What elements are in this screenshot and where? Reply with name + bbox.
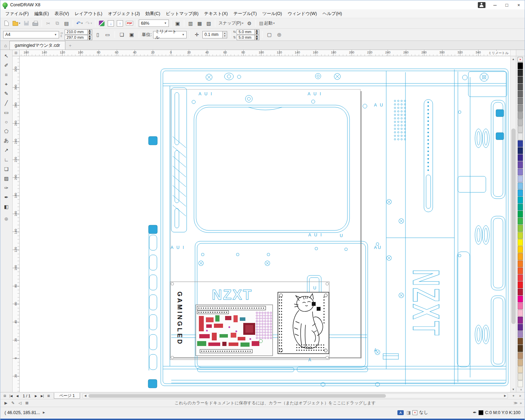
cat-plate[interactable] <box>278 292 329 354</box>
palette-color-24[interactable] <box>518 232 523 239</box>
minimize-button[interactable]: ─ <box>489 0 501 9</box>
edit-icon[interactable]: ✎ <box>10 400 16 406</box>
nudge-spinner[interactable]: ▲▼ <box>223 31 227 38</box>
cut-button[interactable]: ✂ <box>44 19 52 28</box>
treat-as-filled-button[interactable]: ▢ <box>265 30 274 39</box>
drawing-canvas[interactable]: A U I A U I A U A U I U A U I AU U A A A… <box>20 56 510 392</box>
new-document-button[interactable] <box>2 19 11 28</box>
transparency-tool[interactable]: ▨ <box>2 174 11 183</box>
welcome-screen-button[interactable]: ⌂ <box>2 41 9 50</box>
palette-color-15[interactable] <box>518 169 523 175</box>
open-button[interactable]: ▾ <box>12 19 21 28</box>
publish-pdf-button[interactable]: PDF <box>125 19 134 28</box>
palette-color-31[interactable] <box>518 281 523 288</box>
all-pages-button[interactable]: ❏ <box>118 30 126 39</box>
palette-color-18[interactable] <box>518 190 523 196</box>
palette-color-5[interactable] <box>518 98 523 104</box>
document-tab[interactable]: gamingledマウンタ.cdr <box>9 41 65 50</box>
paste-button[interactable]: ▤ <box>62 19 71 28</box>
palette-color-7[interactable] <box>518 112 523 119</box>
import-button[interactable]: ↓ <box>107 19 115 28</box>
outline-pen-tool[interactable]: ✒ <box>2 193 11 202</box>
parallel-dimension-tool[interactable]: ↗ <box>2 146 11 155</box>
menu-edit[interactable]: 編集(E) <box>31 10 52 18</box>
export-button[interactable]: ↑ <box>116 19 124 28</box>
palette-color-38[interactable] <box>518 331 523 338</box>
palette-color-32[interactable] <box>518 289 523 295</box>
menu-effects[interactable]: 効果(C) <box>143 10 163 18</box>
first-page-button[interactable]: |◀ <box>8 393 14 399</box>
palette-color-20[interactable] <box>518 204 523 211</box>
palette-color-40[interactable] <box>518 345 523 352</box>
palette-color-6[interactable] <box>518 105 523 111</box>
show-grid-button[interactable]: ▦ <box>195 19 204 28</box>
status-expand-icon[interactable]: ≫ <box>513 401 518 405</box>
previous-page-button[interactable]: ◀ <box>14 393 20 399</box>
duplicate-x-input[interactable]: 5.0 mm <box>237 29 255 35</box>
menu-text[interactable]: テキスト(X) <box>201 10 231 18</box>
palette-color-34[interactable] <box>518 303 523 309</box>
undo-button[interactable]: ↶▾ <box>75 19 84 28</box>
palette-color-17[interactable] <box>518 183 523 189</box>
palette-expand-icon[interactable]: » <box>518 389 523 390</box>
portrait-button[interactable]: ▯ <box>94 30 102 39</box>
status-more-icon[interactable]: » <box>520 401 522 405</box>
outline-pen-icon[interactable]: ✒ <box>473 410 477 415</box>
scroll-down-icon[interactable]: ▼ <box>511 386 516 392</box>
pcb-board[interactable] <box>196 305 273 356</box>
palette-color-25[interactable] <box>518 239 523 246</box>
menu-bitmaps[interactable]: ビットマップ(B) <box>163 10 201 18</box>
back-icon[interactable]: ◁ <box>17 400 23 406</box>
page-tab[interactable]: ページ 1 <box>54 393 80 399</box>
menu-table[interactable]: テーブル(T) <box>231 10 260 18</box>
fill-none-swatch[interactable]: ✕ <box>412 410 417 415</box>
palette-color-0[interactable] <box>518 62 523 69</box>
units-combobox[interactable]: ミリメートル ▼ <box>153 31 187 38</box>
fullscreen-preview-button[interactable]: ▣ <box>173 19 182 28</box>
show-guidelines-button[interactable]: ▧ <box>204 19 213 28</box>
vertical-scrollbar-thumb[interactable] <box>511 128 516 324</box>
horizontal-scrollbar[interactable]: ◀ ▶ <box>82 393 508 398</box>
quick-customize-button[interactable]: ⊕ <box>275 30 283 39</box>
palette-color-33[interactable] <box>518 296 523 302</box>
palette-color-2[interactable] <box>518 76 523 83</box>
options-button[interactable]: ⚙ <box>245 19 253 28</box>
palette-color-8[interactable] <box>518 119 523 126</box>
rectangle-tool[interactable]: ▭ <box>2 108 11 117</box>
landscape-button[interactable]: ▭ <box>103 30 112 39</box>
palette-color-22[interactable] <box>518 218 523 224</box>
copy-button[interactable]: ⧉ <box>53 19 62 28</box>
horizontal-ruler[interactable]: ミリメートル 160140120100806040200204060801001… <box>20 50 510 56</box>
freehand-tool[interactable]: ✎ <box>2 89 11 98</box>
page-sorter-button[interactable]: ⊟ <box>2 393 8 399</box>
zoom-combobox[interactable]: 68% ▼ <box>139 20 169 27</box>
menu-tools[interactable]: ツール(O) <box>260 10 285 18</box>
fill-bucket-icon[interactable]: ◨ <box>407 410 411 415</box>
launch-dropdown[interactable]: ▤ 起動 ▾ <box>258 19 275 28</box>
vertical-scrollbar[interactable]: ▲ ▼ <box>510 50 516 392</box>
palette-color-19[interactable] <box>518 197 523 203</box>
menu-window[interactable]: ウィンドウ(W) <box>285 10 320 18</box>
scroll-left-icon[interactable]: ◀ <box>83 394 88 397</box>
overflow-chevron-icon[interactable]: » <box>517 393 523 399</box>
maximize-button[interactable]: □ <box>501 0 513 9</box>
palette-color-41[interactable] <box>518 352 523 359</box>
last-page-button[interactable]: ▶| <box>39 393 45 399</box>
duplicate-y-input[interactable]: 5.0 mm <box>237 35 255 40</box>
tracking-icon[interactable]: ▶ <box>3 400 9 406</box>
palette-color-28[interactable] <box>518 260 523 267</box>
page-height-input[interactable]: 297.0 mm <box>65 35 88 40</box>
add-tools-tool[interactable]: ⊕ <box>2 214 11 223</box>
page-preset-combobox[interactable]: A4 ▼ <box>3 31 59 38</box>
color-eyedropper-tool[interactable]: ✑ <box>2 183 11 192</box>
ellipse-tool[interactable]: ○ <box>2 117 11 126</box>
interactive-fill-tool[interactable]: ◧ <box>2 202 11 211</box>
palette-color-11[interactable] <box>518 140 523 147</box>
nzxt-logo-side[interactable]: NZXT <box>405 269 447 337</box>
menu-object[interactable]: オブジェクト(J) <box>105 10 143 18</box>
palette-color-13[interactable] <box>518 154 523 161</box>
add-page-button[interactable]: ⊞ <box>45 393 51 399</box>
text-tool[interactable]: あ <box>2 136 11 145</box>
palette-no-color[interactable]: ✕ <box>518 57 523 62</box>
save-button[interactable] <box>22 19 30 28</box>
